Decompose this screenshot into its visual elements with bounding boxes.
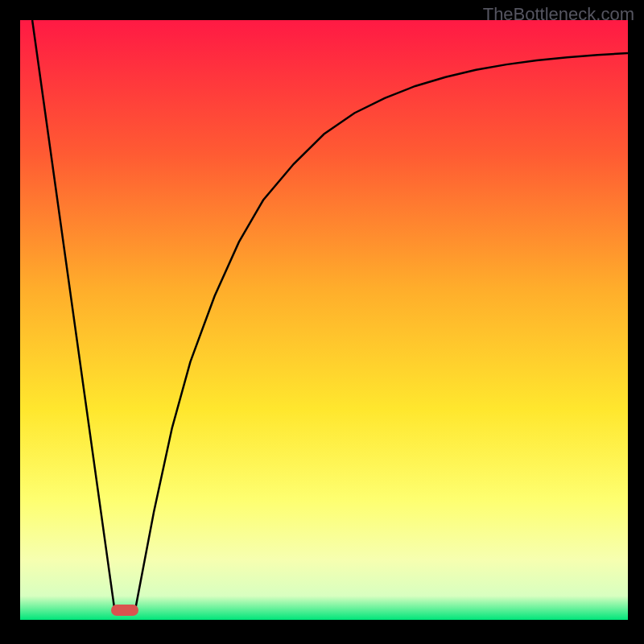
- curve-layer: [20, 20, 628, 620]
- left-line: [32, 20, 114, 608]
- plot-area: [20, 20, 628, 620]
- chart-container: TheBottleneck.com: [0, 0, 644, 644]
- right-curve: [135, 53, 628, 608]
- minimum-marker: [111, 605, 138, 616]
